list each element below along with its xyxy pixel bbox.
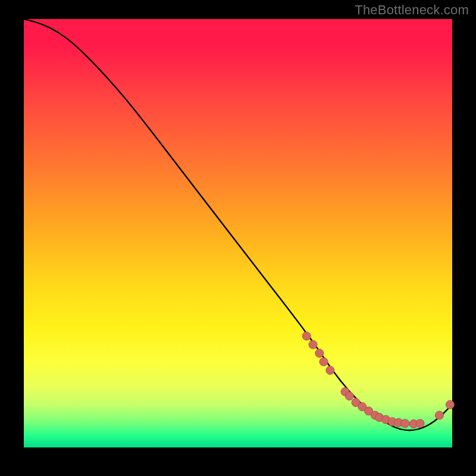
chart-frame: TheBottleneck.com — [0, 0, 476, 476]
data-marker — [435, 411, 443, 419]
chart-svg — [24, 19, 452, 447]
data-marker — [401, 419, 409, 428]
data-marker — [302, 332, 311, 340]
watermark-text: TheBottleneck.com — [355, 2, 469, 18]
data-marker — [345, 392, 353, 400]
data-marker — [446, 400, 454, 409]
curve-line — [24, 19, 452, 430]
data-marker — [326, 366, 334, 374]
marker-layer — [302, 332, 454, 428]
plot-area — [24, 19, 452, 447]
data-marker — [320, 358, 328, 366]
data-marker — [309, 340, 317, 349]
data-marker — [416, 419, 424, 428]
data-marker — [315, 349, 324, 358]
